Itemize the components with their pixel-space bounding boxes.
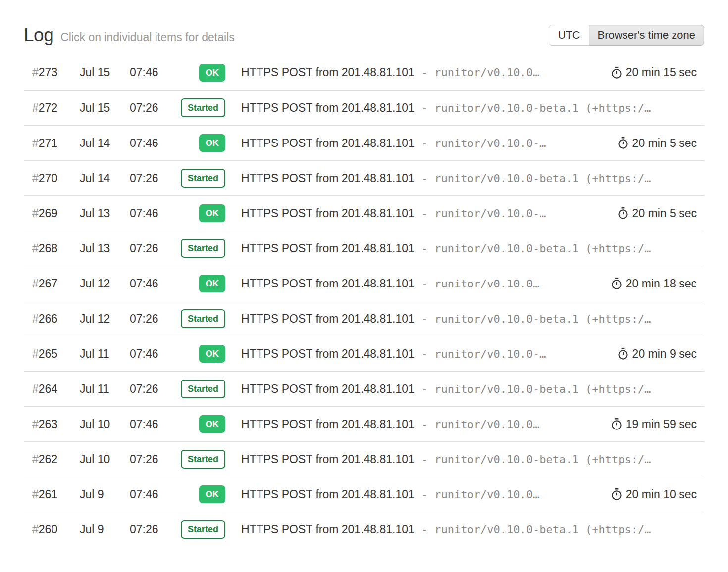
event-user-agent: - runitor/v0.10.0-beta.1 (+https:/… [421, 172, 651, 185]
event-time: 07:46 [130, 347, 176, 361]
event-description-text: HTTPS POST from 201.48.81.101 [241, 488, 415, 501]
event-id-number: 264 [39, 382, 57, 395]
event-description: HTTPS POST from 201.48.81.101 - runitor/… [241, 418, 605, 431]
event-id: #269 [24, 207, 80, 220]
event-time: 07:46 [130, 418, 176, 431]
status-badge: Started [181, 520, 225, 539]
event-date: Jul 13 [80, 242, 130, 255]
event-id-hash: # [32, 137, 39, 149]
status-badge: Started [181, 239, 225, 258]
status-badge-cell: Started [176, 239, 225, 258]
duration-text: 20 min 10 sec [626, 488, 697, 501]
log-row[interactable]: #269 Jul 13 07:46 OK HTTPS POST from 201… [24, 195, 704, 231]
event-date: Jul 15 [80, 66, 130, 79]
log-row[interactable]: #260 Jul 9 07:26 Started HTTPS POST from… [24, 512, 704, 547]
page-subtitle: Click on individual items for details [60, 31, 235, 44]
event-date: Jul 10 [80, 453, 130, 466]
duration: 20 min 18 sec [611, 277, 704, 290]
log-row[interactable]: #265 Jul 11 07:46 OK HTTPS POST from 201… [24, 336, 704, 371]
event-time: 07:26 [130, 523, 176, 536]
stopwatch-icon [611, 488, 623, 501]
event-id-hash: # [32, 242, 39, 255]
event-id: #261 [24, 488, 80, 501]
event-time: 07:26 [130, 312, 176, 326]
event-id-number: 272 [39, 101, 57, 114]
event-id-hash: # [32, 347, 39, 360]
stopwatch-icon [611, 277, 623, 290]
log-row[interactable]: #263 Jul 10 07:46 OK HTTPS POST from 201… [24, 406, 704, 441]
event-id-number: 273 [39, 66, 57, 79]
event-id-hash: # [32, 382, 39, 395]
event-description: HTTPS POST from 201.48.81.101 - runitor/… [241, 137, 611, 150]
event-id-hash: # [32, 277, 39, 290]
event-description-text: HTTPS POST from 201.48.81.101 [241, 312, 415, 326]
event-description: HTTPS POST from 201.48.81.101 - runitor/… [241, 312, 704, 326]
event-description-text: HTTPS POST from 201.48.81.101 [241, 347, 415, 361]
event-id-number: 260 [39, 523, 57, 536]
browser-timezone-toggle-button[interactable]: Browser's time zone [589, 25, 704, 46]
log-row[interactable]: #271 Jul 14 07:46 OK HTTPS POST from 201… [24, 125, 704, 160]
status-badge: OK [199, 134, 225, 152]
event-id: #273 [24, 66, 80, 79]
event-id-hash: # [32, 172, 39, 185]
log-row[interactable]: #268 Jul 13 07:26 Started HTTPS POST fro… [24, 231, 704, 266]
status-badge-cell: Started [176, 450, 225, 469]
status-badge-cell: OK [176, 415, 225, 433]
event-description: HTTPS POST from 201.48.81.101 - runitor/… [241, 453, 704, 466]
event-user-agent: - runitor/v0.10.0… [421, 66, 539, 79]
event-id-number: 270 [39, 172, 57, 185]
status-badge: Started [181, 309, 225, 328]
duration-text: 19 min 59 sec [626, 418, 697, 431]
event-user-agent: - runitor/v0.10.0-beta.1 (+https:/… [421, 242, 651, 255]
event-id: #263 [24, 418, 80, 431]
event-description: HTTPS POST from 201.48.81.101 - runitor/… [241, 66, 605, 79]
status-badge-cell: OK [176, 345, 225, 363]
event-id: #266 [24, 312, 80, 326]
event-date: Jul 12 [80, 277, 130, 290]
log-row[interactable]: #267 Jul 12 07:46 OK HTTPS POST from 201… [24, 266, 704, 301]
event-description-text: HTTPS POST from 201.48.81.101 [241, 453, 415, 466]
event-id-hash: # [32, 488, 39, 501]
event-id-number: 266 [39, 312, 57, 325]
page-header-titles: Log Click on individual items for detail… [24, 25, 235, 46]
event-description: HTTPS POST from 201.48.81.101 - runitor/… [241, 101, 704, 115]
stopwatch-icon [611, 66, 623, 79]
duration: 20 min 15 sec [611, 66, 704, 79]
event-id: #264 [24, 382, 80, 396]
log-row[interactable]: #264 Jul 11 07:26 Started HTTPS POST fro… [24, 371, 704, 406]
event-time: 07:46 [130, 207, 176, 220]
log-row[interactable]: #270 Jul 14 07:26 Started HTTPS POST fro… [24, 160, 704, 195]
event-time: 07:26 [130, 453, 176, 466]
event-id: #272 [24, 101, 80, 115]
log-row[interactable]: #266 Jul 12 07:26 Started HTTPS POST fro… [24, 301, 704, 336]
event-id: #270 [24, 172, 80, 185]
utc-toggle-button[interactable]: UTC [549, 25, 589, 46]
log-row[interactable]: #272 Jul 15 07:26 Started HTTPS POST fro… [24, 90, 704, 125]
event-description-text: HTTPS POST from 201.48.81.101 [241, 172, 415, 185]
event-id-number: 265 [39, 347, 57, 360]
event-date: Jul 14 [80, 172, 130, 185]
stopwatch-icon [617, 347, 629, 360]
status-badge-cell: Started [176, 520, 225, 539]
status-badge-cell: OK [176, 134, 225, 152]
event-date: Jul 11 [80, 347, 130, 361]
log-row[interactable]: #262 Jul 10 07:26 Started HTTPS POST fro… [24, 441, 704, 477]
event-time: 07:46 [130, 137, 176, 150]
event-id: #262 [24, 453, 80, 466]
event-time: 07:46 [130, 488, 176, 501]
log-table: #273 Jul 15 07:46 OK HTTPS POST from 201… [24, 55, 704, 547]
status-badge: OK [199, 275, 225, 292]
event-user-agent: - runitor/v0.10.0-beta.1 (+https:/… [421, 453, 651, 466]
event-user-agent: - runitor/v0.10.0-beta.1 (+https:/… [421, 102, 651, 114]
timezone-toggle-group: UTC Browser's time zone [549, 25, 704, 46]
page-header: Log Click on individual items for detail… [24, 25, 704, 46]
log-row[interactable]: #273 Jul 15 07:46 OK HTTPS POST from 201… [24, 55, 704, 90]
status-badge: Started [181, 98, 225, 117]
event-id: #265 [24, 347, 80, 361]
event-description: HTTPS POST from 201.48.81.101 - runitor/… [241, 277, 605, 290]
status-badge: OK [199, 485, 225, 503]
event-date: Jul 9 [80, 488, 130, 501]
event-description-text: HTTPS POST from 201.48.81.101 [241, 66, 415, 79]
event-id-hash: # [32, 66, 39, 79]
log-row[interactable]: #261 Jul 9 07:46 OK HTTPS POST from 201.… [24, 477, 704, 512]
